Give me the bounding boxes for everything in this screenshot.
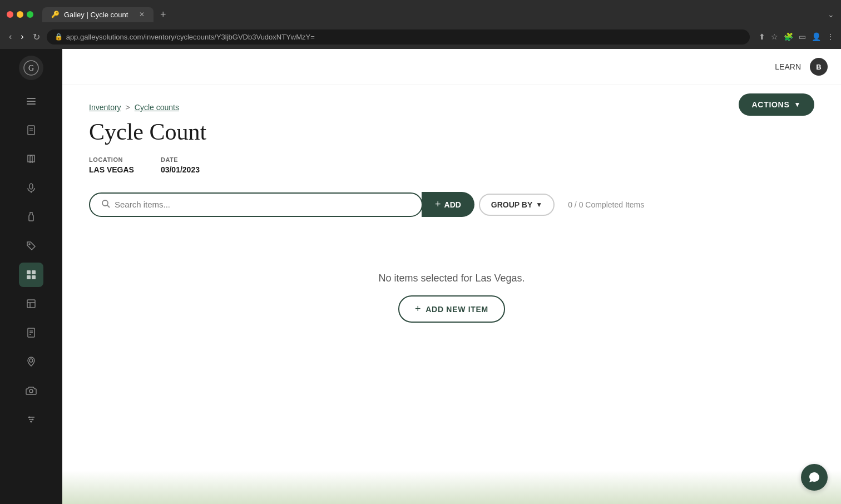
group-by-button[interactable]: GROUP BY ▼ xyxy=(479,194,555,216)
browser-chrome: 🔑 Galley | Cycle count ✕ + ⌄ ‹ › ↻ 🔒 app… xyxy=(0,0,841,49)
svg-rect-15 xyxy=(27,300,35,308)
toolbar-row: + ADD GROUP BY ▼ 0 / 0 Completed Items xyxy=(89,192,814,217)
page-title: Cycle Count xyxy=(89,118,814,145)
sidebar: G xyxy=(0,49,62,504)
svg-point-8 xyxy=(29,184,33,189)
date-label: DATE xyxy=(161,156,200,163)
breadcrumb: Inventory > Cycle counts xyxy=(89,103,814,112)
sidebar-item-recipes[interactable] xyxy=(19,291,43,316)
date-value: 03/01/2023 xyxy=(161,165,200,174)
sidebar-item-book[interactable] xyxy=(19,147,43,171)
search-input[interactable] xyxy=(115,200,410,209)
add-new-plus-icon: + xyxy=(415,303,421,315)
back-button[interactable]: ‹ xyxy=(7,29,14,44)
split-view-button[interactable]: ▭ xyxy=(799,32,806,41)
svg-line-31 xyxy=(107,205,110,207)
lock-icon: 🔒 xyxy=(55,33,63,41)
user-avatar[interactable]: B xyxy=(810,58,828,76)
chat-button[interactable] xyxy=(801,464,828,491)
empty-state-message: No items selected for Las Vegas. xyxy=(378,273,525,284)
svg-point-29 xyxy=(31,421,32,423)
svg-point-10 xyxy=(29,244,30,245)
empty-state: No items selected for Las Vegas. + ADD N… xyxy=(89,239,814,356)
actions-label: ACTIONS xyxy=(752,100,790,109)
add-button[interactable]: + ADD xyxy=(422,192,474,217)
sidebar-item-reports[interactable] xyxy=(19,320,43,345)
location-label: LOCATION xyxy=(89,156,134,163)
svg-point-27 xyxy=(29,417,31,418)
tab-close-button[interactable]: ✕ xyxy=(139,11,145,18)
group-by-label: GROUP BY xyxy=(491,200,532,209)
profile-button[interactable]: 👤 xyxy=(812,32,821,41)
group-by-chevron-icon: ▼ xyxy=(536,201,542,209)
meta-row: LOCATION LAS VEGAS DATE 03/01/2023 xyxy=(89,156,814,174)
add-plus-icon: + xyxy=(435,199,441,210)
share-button[interactable]: ⬆ xyxy=(759,32,765,41)
close-window-button[interactable] xyxy=(7,11,13,18)
actions-button[interactable]: ACTIONS ▼ xyxy=(739,93,814,116)
main-content: LEARN B Inventory > Cycle counts Cycle C… xyxy=(62,49,841,504)
refresh-button[interactable]: ↻ xyxy=(31,29,42,45)
add-label: ADD xyxy=(444,200,461,209)
svg-rect-12 xyxy=(32,270,36,274)
more-button[interactable]: ⋮ xyxy=(827,32,834,41)
app-logo[interactable]: G xyxy=(19,56,43,80)
tabs-chevron-icon[interactable]: ⌄ xyxy=(828,10,834,19)
new-tab-button[interactable]: + xyxy=(160,9,166,21)
minimize-window-button[interactable] xyxy=(17,11,23,18)
url-text: app.galleysolutions.com/inventory/cyclec… xyxy=(66,33,315,41)
browser-toolbar: ⬆ ☆ 🧩 ▭ 👤 ⋮ xyxy=(759,32,834,41)
svg-text:G: G xyxy=(28,64,34,72)
svg-rect-3 xyxy=(27,101,36,102)
address-bar: ‹ › ↻ 🔒 app.galleysolutions.com/inventor… xyxy=(0,24,841,49)
svg-rect-2 xyxy=(27,98,36,99)
sidebar-item-documents[interactable] xyxy=(19,118,43,142)
header-bar: LEARN B xyxy=(62,49,841,85)
svg-point-22 xyxy=(29,359,33,362)
url-bar[interactable]: 🔒 app.galleysolutions.com/inventory/cycl… xyxy=(47,29,750,45)
sidebar-item-inventory[interactable] xyxy=(19,263,43,287)
bookmark-button[interactable]: ☆ xyxy=(771,32,778,41)
sidebar-item-tags[interactable] xyxy=(19,234,43,258)
svg-point-28 xyxy=(32,419,34,421)
location-meta: LOCATION LAS VEGAS xyxy=(89,156,134,174)
breadcrumb-separator: > xyxy=(126,103,130,112)
header-actions: LEARN B xyxy=(775,58,828,76)
page-content: Inventory > Cycle counts Cycle Count ACT… xyxy=(62,85,841,504)
sidebar-item-menu[interactable] xyxy=(19,89,43,113)
svg-rect-13 xyxy=(27,275,31,279)
window-controls xyxy=(7,11,33,18)
sidebar-item-settings[interactable] xyxy=(19,407,43,432)
svg-point-23 xyxy=(29,389,33,393)
search-box xyxy=(89,192,423,217)
breadcrumb-inventory-link[interactable]: Inventory xyxy=(89,103,121,112)
forward-button[interactable]: › xyxy=(18,29,26,44)
sidebar-item-camera[interactable] xyxy=(19,378,43,403)
location-value: LAS VEGAS xyxy=(89,165,134,174)
actions-chevron-icon: ▼ xyxy=(794,101,801,108)
sidebar-item-microphone[interactable] xyxy=(19,176,43,200)
sidebar-item-locations[interactable] xyxy=(19,349,43,374)
svg-rect-11 xyxy=(27,270,31,274)
add-new-label: ADD NEW ITEM xyxy=(426,305,488,314)
date-meta: DATE 03/01/2023 xyxy=(161,156,200,174)
add-new-item-button[interactable]: + ADD NEW ITEM xyxy=(398,295,505,323)
tab-title: Galley | Cycle count xyxy=(64,11,128,19)
search-icon xyxy=(101,199,110,210)
learn-button[interactable]: LEARN xyxy=(775,62,801,71)
svg-rect-14 xyxy=(32,275,36,279)
app-layout: G xyxy=(0,49,841,504)
maximize-window-button[interactable] xyxy=(27,11,33,18)
browser-tab[interactable]: 🔑 Galley | Cycle count ✕ xyxy=(42,7,154,22)
breadcrumb-cycle-counts-link[interactable]: Cycle counts xyxy=(135,103,179,112)
svg-rect-4 xyxy=(27,103,36,105)
sidebar-item-bottle[interactable] xyxy=(19,205,43,229)
svg-point-30 xyxy=(102,200,108,206)
extensions-button[interactable]: 🧩 xyxy=(784,32,793,41)
completed-items-text: 0 / 0 Completed Items xyxy=(568,200,644,209)
